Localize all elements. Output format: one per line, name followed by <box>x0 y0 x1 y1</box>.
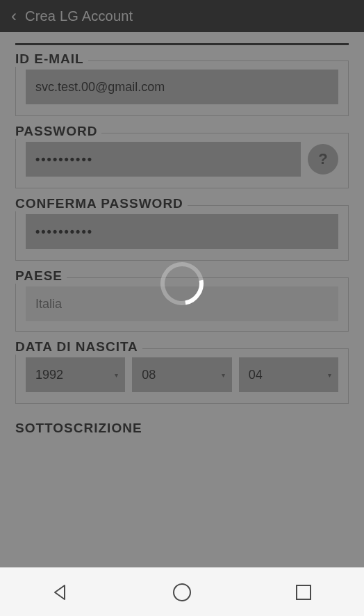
dob-label: DATA DI NASCITA <box>15 339 138 354</box>
chevron-down-icon: ▾ <box>222 371 225 379</box>
password-label: PASSWORD <box>15 124 97 138</box>
password-field-group: PASSWORD •••••••••• ? <box>15 133 349 188</box>
dob-field-group: DATA DI NASCITA 1992 ▾ 08 ▾ 04 ▾ <box>15 348 349 404</box>
email-label: ID E-MAIL <box>15 51 84 66</box>
svg-point-0 <box>174 584 190 601</box>
country-value: Italia <box>35 297 62 311</box>
email-value: svc.test.00@gmail.com <box>35 80 165 95</box>
form-content: ID E-MAIL svc.test.00@gmail.com PASSWORD… <box>0 32 364 567</box>
confirm-password-input[interactable]: •••••••••• <box>26 214 338 249</box>
dob-day-value: 04 <box>249 368 263 382</box>
nav-home-button[interactable] <box>172 582 192 603</box>
subscription-label: SOTTOSCRIZIONE <box>15 421 349 436</box>
question-icon: ? <box>318 150 327 168</box>
page-title: Crea LG Account <box>25 8 133 24</box>
dob-month-value: 08 <box>142 368 156 382</box>
nav-recent-button[interactable] <box>293 582 314 603</box>
svg-rect-1 <box>297 585 311 599</box>
dob-day-select[interactable]: 04 ▾ <box>239 357 338 392</box>
country-field-group: PAESE Italia <box>15 277 349 332</box>
confirm-password-field-group: CONFERMA PASSWORD •••••••••• <box>15 205 349 261</box>
dob-year-select[interactable]: 1992 ▾ <box>26 357 125 392</box>
country-input[interactable]: Italia <box>26 286 338 321</box>
password-help-button[interactable]: ? <box>308 144 338 175</box>
top-divider <box>15 43 349 45</box>
nav-recent-icon <box>295 583 313 601</box>
app-screen: ‹ Crea LG Account ID E-MAIL svc.test.00@… <box>0 0 364 616</box>
confirm-password-label: CONFERMA PASSWORD <box>15 196 183 211</box>
chevron-down-icon: ▾ <box>328 371 331 379</box>
nav-back-button[interactable] <box>50 582 71 603</box>
back-chevron-icon[interactable]: ‹ <box>6 8 22 24</box>
android-navbar <box>0 567 364 616</box>
chevron-down-icon: ▾ <box>115 371 118 379</box>
password-masked-value: •••••••••• <box>35 152 93 167</box>
confirm-password-masked-value: •••••••••• <box>35 225 93 239</box>
password-input[interactable]: •••••••••• <box>26 142 301 177</box>
email-input[interactable]: svc.test.00@gmail.com <box>26 70 338 104</box>
country-label: PAESE <box>15 268 63 283</box>
nav-back-icon <box>51 583 70 602</box>
dob-month-select[interactable]: 08 ▾ <box>132 357 231 392</box>
dob-year-value: 1992 <box>35 368 63 382</box>
titlebar: ‹ Crea LG Account <box>0 0 364 32</box>
nav-home-icon <box>172 582 192 603</box>
email-field-group: ID E-MAIL svc.test.00@gmail.com <box>15 60 349 116</box>
